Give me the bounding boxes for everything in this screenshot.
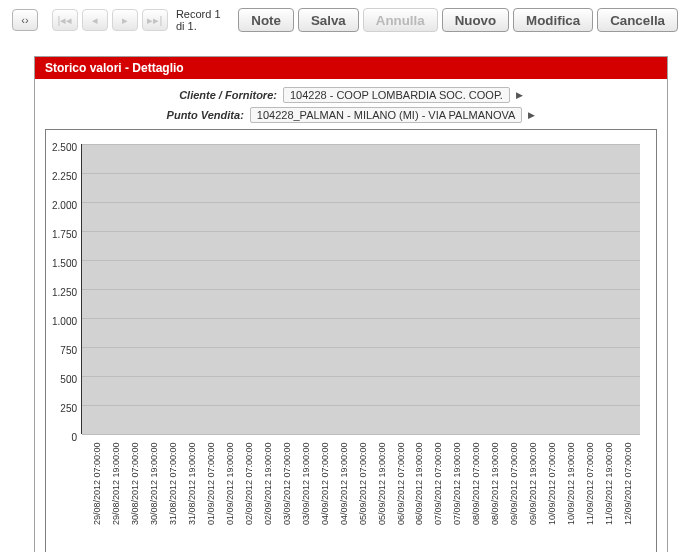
edit-button[interactable]: Modifica [513,8,593,32]
x-tick: 10/09/2012 19:00:00 [566,442,583,552]
prev-icon: ◂ [92,14,98,27]
x-tick: 11/09/2012 19:00:00 [604,442,621,552]
x-tick: 03/09/2012 07:00:00 [282,442,299,552]
record-counter: Record 1 di 1. [172,8,234,32]
nav-next-button[interactable]: ▸ [112,9,138,31]
grid [82,144,640,434]
x-tick: 05/09/2012 19:00:00 [377,442,394,552]
dropdown-icon[interactable]: ▶ [516,90,523,100]
x-tick: 05/09/2012 07:00:00 [358,442,375,552]
delete-button[interactable]: Cancella [597,8,678,32]
y-axis: 2.5002.2502.0001.7501.5001.2501.00075050… [52,144,81,434]
x-tick: 30/08/2012 07:00:00 [130,442,147,552]
note-button[interactable]: Note [238,8,294,32]
x-tick: 11/09/2012 07:00:00 [585,442,602,552]
pos-value[interactable]: 104228_PALMAN - MILANO (MI) - VIA PALMAN… [250,107,523,123]
x-tick: 06/09/2012 19:00:00 [414,442,431,552]
client-label: Cliente / Fornitore: [179,89,277,101]
chart: 2.5002.2502.0001.7501.5001.2501.00075050… [45,129,657,552]
first-icon: |◂◂ [57,14,72,27]
x-tick: 09/09/2012 19:00:00 [528,442,545,552]
x-tick: 09/09/2012 07:00:00 [509,442,526,552]
nav-first-button[interactable]: |◂◂ [52,9,78,31]
x-tick: 02/09/2012 07:00:00 [244,442,261,552]
next-icon: ▸ [122,14,128,27]
x-tick: 12/09/2012 07:00:00 [623,442,640,552]
nav-prev-button[interactable]: ◂ [82,9,108,31]
save-button[interactable]: Salva [298,8,359,32]
x-tick: 10/09/2012 07:00:00 [547,442,564,552]
client-value[interactable]: 104228 - COOP LOMBARDIA SOC. COOP. [283,87,510,103]
angle-brackets-icon: ‹› [21,14,28,26]
cancel-button[interactable]: Annulla [363,8,438,32]
x-tick: 01/09/2012 07:00:00 [206,442,223,552]
x-tick: 04/09/2012 07:00:00 [320,442,337,552]
nav-last-button[interactable]: ▸▸| [142,9,168,31]
top-toolbar: ‹› |◂◂ ◂ ▸ ▸▸| Record 1 di 1. Note Salva… [0,0,690,42]
pos-label: Punto Vendita: [167,109,244,121]
panel-body: Cliente / Fornitore: 104228 - COOP LOMBA… [35,79,667,552]
pos-row: Punto Vendita: 104228_PALMAN - MILANO (M… [45,107,657,123]
new-button[interactable]: Nuovo [442,8,509,32]
x-tick: 08/09/2012 19:00:00 [490,442,507,552]
x-tick: 29/08/2012 07:00:00 [92,442,109,552]
detail-panel: Storico valori - Dettaglio Cliente / For… [34,56,668,552]
x-tick: 06/09/2012 07:00:00 [396,442,413,552]
x-tick: 07/09/2012 07:00:00 [433,442,450,552]
x-tick: 02/09/2012 19:00:00 [263,442,280,552]
x-tick: 01/09/2012 19:00:00 [225,442,242,552]
x-tick: 31/08/2012 19:00:00 [187,442,204,552]
last-icon: ▸▸| [147,14,162,27]
x-tick: 31/08/2012 07:00:00 [168,442,185,552]
x-tick: 04/09/2012 19:00:00 [339,442,356,552]
x-axis: 29/08/2012 07:00:0029/08/2012 19:00:0030… [46,438,656,552]
dropdown-icon[interactable]: ▶ [528,110,535,120]
panel-title: Storico valori - Dettaglio [35,57,667,79]
x-tick: 29/08/2012 19:00:00 [111,442,128,552]
x-tick: 30/08/2012 19:00:00 [149,442,166,552]
x-tick: 03/09/2012 19:00:00 [301,442,318,552]
x-tick: 08/09/2012 07:00:00 [471,442,488,552]
plot-area [81,144,640,434]
client-row: Cliente / Fornitore: 104228 - COOP LOMBA… [45,87,657,103]
x-tick: 07/09/2012 19:00:00 [452,442,469,552]
nav-refresh-button[interactable]: ‹› [12,9,38,31]
